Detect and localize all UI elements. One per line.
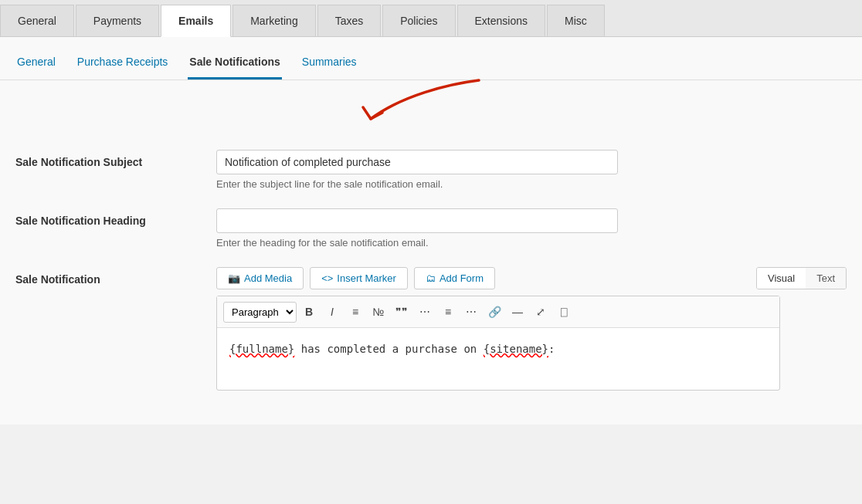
settings-form: Sale Notification Subject Enter the subj…: [0, 134, 862, 391]
tab-payments[interactable]: Payments: [76, 5, 159, 36]
unordered-list-button[interactable]: ≡: [344, 301, 366, 323]
link-button[interactable]: 🔗: [484, 301, 505, 323]
add-media-icon: 📷: [228, 272, 240, 284]
main-content: General Purchase Receipts Sale Notificat…: [0, 37, 862, 425]
red-arrow-svg: [263, 73, 541, 134]
editor-content[interactable]: {fullname} has completed a purchase on {…: [217, 328, 779, 390]
tab-misc[interactable]: Misc: [547, 5, 605, 36]
sub-tab-general[interactable]: General: [15, 49, 57, 79]
align-right-button[interactable]: ⋯: [460, 301, 482, 323]
visual-text-toggle: Visual Text: [756, 267, 847, 289]
heading-input[interactable]: [216, 208, 618, 233]
visual-button[interactable]: Visual: [757, 268, 806, 289]
heading-label: Sale Notification Heading: [15, 208, 216, 227]
heading-row: Sale Notification Heading Enter the head…: [15, 208, 847, 249]
sub-tab-sale-notifications[interactable]: Sale Notifications: [188, 49, 281, 79]
heading-help-text: Enter the heading for the sale notificat…: [216, 237, 847, 249]
tab-general[interactable]: General: [0, 5, 74, 36]
heading-field-container: Enter the heading for the sale notificat…: [216, 208, 847, 249]
insert-marker-button[interactable]: <> Insert Marker: [310, 267, 408, 289]
sub-tab-summaries[interactable]: Summaries: [300, 49, 358, 79]
subject-help-text: Enter the subject line for the sale noti…: [216, 178, 847, 190]
sitename-token: {sitename}: [484, 343, 548, 355]
subject-input[interactable]: [216, 150, 618, 174]
rich-text-editor: Paragraph B I ≡ № ❞❞ ⋯ ≡ ⋯ 🔗 ― ⤢ ⎕: [216, 296, 780, 391]
format-toolbar: Paragraph B I ≡ № ❞❞ ⋯ ≡ ⋯ 🔗 ― ⤢ ⎕: [217, 296, 779, 328]
align-center-button[interactable]: ≡: [437, 301, 459, 323]
top-nav-tabs: General Payments Emails Marketing Taxes …: [0, 0, 862, 37]
bold-button[interactable]: B: [298, 301, 320, 323]
sub-tab-purchase-receipts[interactable]: Purchase Receipts: [76, 49, 170, 79]
editor-top-bar: 📷 Add Media <> Insert Marker 🗂 Add Form …: [216, 267, 847, 289]
annotation-arrow: [0, 80, 862, 134]
subject-row: Sale Notification Subject Enter the subj…: [15, 150, 847, 190]
paragraph-select[interactable]: Paragraph: [223, 302, 297, 323]
notification-label: Sale Notification: [15, 267, 216, 286]
horizontal-rule-button[interactable]: ―: [507, 301, 528, 323]
align-left-button[interactable]: ⋯: [414, 301, 436, 323]
tab-extensions[interactable]: Extensions: [457, 5, 545, 36]
fullscreen-button[interactable]: ⤢: [530, 301, 551, 323]
sub-nav-tabs: General Purchase Receipts Sale Notificat…: [0, 37, 862, 80]
tab-emails[interactable]: Emails: [161, 5, 231, 37]
notification-row: Sale Notification 📷 Add Media <> Insert …: [15, 267, 847, 391]
text-button[interactable]: Text: [806, 268, 846, 289]
italic-button[interactable]: I: [321, 301, 343, 323]
notification-field-container: 📷 Add Media <> Insert Marker 🗂 Add Form …: [216, 267, 847, 391]
tab-taxes[interactable]: Taxes: [317, 5, 382, 36]
subject-field-container: Enter the subject line for the sale noti…: [216, 150, 847, 190]
add-form-icon: 🗂: [426, 272, 436, 284]
blockquote-button[interactable]: ❞❞: [391, 301, 412, 323]
keyboard-button[interactable]: ⎕: [553, 301, 575, 323]
add-form-button[interactable]: 🗂 Add Form: [414, 267, 495, 289]
fullname-token: {fullname}: [229, 343, 294, 355]
subject-label: Sale Notification Subject: [15, 150, 216, 168]
insert-marker-icon: <>: [321, 272, 333, 284]
add-media-button[interactable]: 📷 Add Media: [216, 267, 304, 289]
tab-policies[interactable]: Policies: [382, 5, 455, 36]
ordered-list-button[interactable]: №: [368, 301, 389, 323]
tab-marketing[interactable]: Marketing: [232, 5, 315, 36]
